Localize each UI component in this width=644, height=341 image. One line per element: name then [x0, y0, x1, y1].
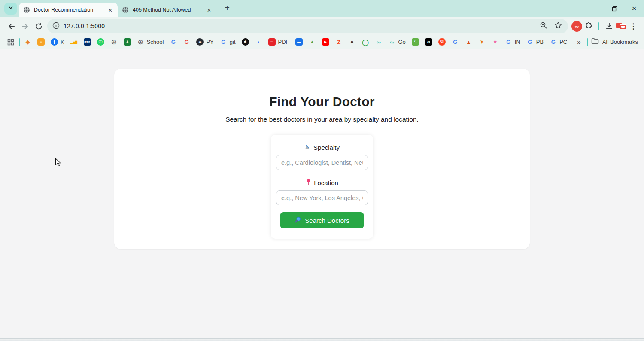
bookmark-globe-site[interactable]: ⊕: [110, 38, 118, 46]
bookmark-google-pc[interactable]: G PC: [550, 38, 567, 46]
bookmark-favicon: ▲: [465, 38, 472, 46]
bookmark-favicon: G: [183, 38, 190, 46]
bookmark-black-disc[interactable]: ✱: [242, 38, 249, 46]
tab-divider: [219, 5, 219, 12]
bookmark-label: IN: [515, 39, 520, 45]
globe-favicon-icon: [23, 6, 30, 13]
bookmark-youtube[interactable]: ▶: [322, 38, 329, 46]
tab-doctor-recommendation[interactable]: Doctor Recommendation ×: [19, 3, 118, 17]
close-window-button[interactable]: ×: [624, 0, 644, 17]
bookmark-google-git[interactable]: G git: [220, 38, 236, 46]
extension-infinity-icon[interactable]: ∞: [571, 21, 582, 32]
bookmark-favicon: ◯: [362, 38, 369, 46]
bookmark-label: PB: [536, 39, 544, 45]
bookmark-google-pb[interactable]: G PB: [526, 38, 544, 46]
all-bookmarks-label: All Bookmarks: [602, 39, 638, 45]
forward-button[interactable]: [18, 19, 32, 33]
bookmark-favicon: G: [170, 38, 177, 46]
bookmarks-overflow-button[interactable]: »: [575, 38, 583, 46]
bookmark-github-py[interactable]: ◉ PY: [196, 38, 213, 46]
tab-title: Doctor Recommendation: [34, 7, 106, 13]
apps-grid-icon[interactable]: [6, 37, 15, 47]
reload-button[interactable]: [32, 19, 46, 33]
bookmark-favicon: ♥: [492, 38, 499, 46]
bookmark-lightning[interactable]: ϟ: [412, 38, 419, 46]
downloads-icon[interactable]: [603, 20, 616, 33]
bookmark-godaddy[interactable]: ∞: [375, 38, 383, 46]
page-content: Find Your Doctor Search for the best doc…: [0, 69, 644, 341]
bookmark-pink-heart[interactable]: ♥: [492, 38, 499, 46]
bookmarks-list: ◆ ▫ f K ▂▅▇ IEEE ✆ ⊕ + ⊕ School G G: [24, 38, 575, 46]
bookmark-favicon: G: [505, 38, 512, 46]
bookmark-analytics[interactable]: ▂▅▇: [70, 38, 78, 46]
bookmark-yandex[interactable]: Я: [438, 38, 446, 46]
bookmark-blue-whale[interactable]: ◗: [255, 38, 262, 46]
all-bookmarks-button[interactable]: All Bookmarks: [591, 38, 638, 46]
zoom-icon[interactable]: [540, 21, 547, 31]
bookmark-dark-bean[interactable]: ●: [349, 38, 356, 46]
bookmark-favicon: ▂▅▇: [70, 38, 78, 46]
bookmark-diamond-logo[interactable]: ◆: [24, 38, 31, 46]
bookmark-pdf[interactable]: ≡ PDF: [268, 38, 289, 46]
bookmark-label: PC: [559, 39, 567, 45]
extension-badge-icon[interactable]: [616, 23, 627, 30]
tab-search-button[interactable]: [4, 3, 17, 15]
bookmark-green-plus[interactable]: +: [124, 38, 131, 46]
bookmark-favicon: Я: [438, 38, 446, 46]
bookmark-google-3[interactable]: G: [452, 38, 459, 46]
specialty-label: Specialty: [271, 143, 373, 151]
bookmark-favicon: ⊕: [110, 38, 118, 46]
bookmark-ieee[interactable]: IEEE: [84, 38, 91, 46]
close-icon[interactable]: ×: [106, 6, 114, 14]
close-icon[interactable]: ×: [205, 6, 213, 14]
address-bar[interactable]: 127.0.0.1:5000: [47, 19, 568, 33]
bookmark-whatsapp[interactable]: ✆: [97, 38, 104, 46]
specialty-input[interactable]: [276, 155, 368, 170]
bookmark-favicon: G: [550, 38, 557, 46]
bookmark-globe-school[interactable]: ⊕ School: [137, 38, 164, 46]
bookmark-green-ring[interactable]: ◯: [362, 38, 369, 46]
bookmark-cl-black[interactable]: cl: [425, 38, 432, 46]
bookmark-matlab[interactable]: ▲: [465, 38, 472, 46]
bookmark-favicon: IEEE: [84, 38, 91, 46]
bookmark-orange-app[interactable]: ▫: [37, 38, 45, 46]
bookmark-favicon: cl: [425, 38, 432, 46]
bookmark-label: Go: [398, 39, 406, 45]
bookmark-blue-bed[interactable]: ▬: [295, 38, 303, 46]
bookmark-zerodha[interactable]: Z: [335, 38, 343, 46]
bookmark-favicon: ⊕: [137, 38, 144, 46]
globe-favicon-icon: [122, 6, 129, 13]
menu-kebab-icon[interactable]: ⋮: [627, 20, 640, 33]
search-doctors-button[interactable]: Search Doctors: [280, 212, 364, 228]
bookmark-orange-sun[interactable]: ☀: [478, 38, 486, 46]
bookmark-favicon: ▶: [322, 38, 329, 46]
bookmark-godaddy-go[interactable]: ∞ Go: [389, 38, 406, 46]
back-button[interactable]: [4, 19, 18, 33]
bookmark-label: School: [147, 39, 164, 45]
maximize-button[interactable]: [605, 0, 624, 17]
bookmark-favicon: ✆: [97, 38, 104, 46]
bookmark-android-green[interactable]: ▲: [309, 38, 316, 46]
url-text[interactable]: 127.0.0.1:5000: [64, 23, 540, 30]
location-input[interactable]: [276, 190, 368, 205]
mouse-cursor: [55, 158, 61, 169]
extensions-puzzle-icon[interactable]: [582, 20, 595, 33]
new-tab-button[interactable]: +: [222, 2, 233, 13]
minimize-button[interactable]: –: [585, 0, 605, 17]
bookmark-favicon: G: [220, 38, 227, 46]
bookmark-facebook[interactable]: f K: [51, 38, 64, 46]
bookmark-label: PY: [206, 39, 213, 45]
bookmark-google-2[interactable]: G: [183, 38, 190, 46]
bookmark-label: K: [61, 39, 64, 45]
bookmark-favicon: ϟ: [412, 38, 419, 46]
bookmarks-divider: [19, 38, 20, 46]
location-label: Location: [271, 179, 373, 186]
bookmark-google-1[interactable]: G: [170, 38, 177, 46]
site-info-icon[interactable]: [52, 22, 60, 31]
search-form: Specialty Location Search Doctors: [271, 135, 373, 239]
bookmark-google-in[interactable]: G IN: [505, 38, 520, 46]
tab-405-method-not-allowed[interactable]: 405 Method Not Allowed ×: [118, 3, 216, 17]
bookmark-star-icon[interactable]: [554, 21, 562, 31]
omnibox-icons: [540, 21, 562, 31]
bookmarks-divider: [587, 38, 588, 46]
